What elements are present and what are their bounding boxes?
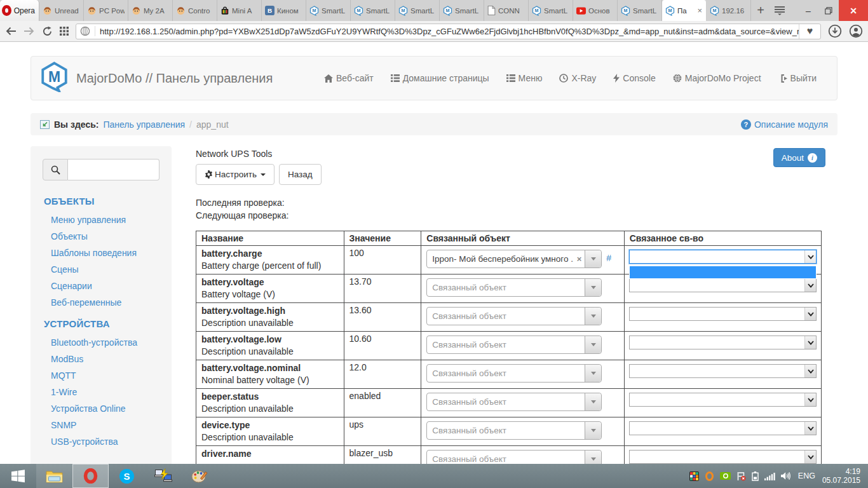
chevron-down-icon[interactable]	[585, 336, 601, 353]
battery-icon[interactable]	[752, 471, 759, 481]
module-help-link[interactable]: ? Описание модуля	[741, 119, 828, 130]
linked-property-select[interactable]	[629, 307, 817, 321]
configure-button[interactable]: Настроить	[196, 164, 275, 185]
taskbar-remote-desktop-button[interactable]	[145, 464, 181, 488]
chevron-down-icon[interactable]	[585, 250, 601, 268]
linked-property-select[interactable]	[629, 364, 817, 378]
chevron-down-icon[interactable]	[585, 279, 601, 296]
nav-item-домашние-страницы[interactable]: Домашние страницы	[391, 73, 489, 83]
sidebar-item[interactable]: Объекты	[43, 228, 159, 245]
taskbar-skype-button[interactable]: S	[109, 464, 145, 488]
back-button[interactable]: Назад	[279, 164, 322, 185]
dropdown-highlighted-option[interactable]	[629, 266, 817, 279]
tab-menu-button[interactable]	[770, 0, 789, 21]
forward-icon[interactable]	[24, 27, 35, 36]
chevron-down-icon[interactable]	[585, 365, 601, 382]
linked-object-select[interactable]: Связанный объект	[426, 336, 602, 354]
sidebar-item[interactable]: ModBus	[43, 351, 159, 367]
restore-icon[interactable]	[818, 0, 839, 21]
browser-tab[interactable]: MSmartL	[618, 0, 662, 21]
taskbar-paint-button[interactable]	[181, 464, 217, 488]
clock[interactable]: 4:19 05.07.2015	[822, 467, 860, 485]
linked-object-select[interactable]: Связанный объект	[426, 307, 602, 325]
chevron-down-icon[interactable]	[585, 451, 601, 464]
browser-tab[interactable]: CONN	[484, 0, 529, 21]
downloads-icon[interactable]	[828, 24, 842, 38]
url-field[interactable]: http://192.168.1.250/admin.php?pd=YXBwX2…	[76, 24, 821, 39]
browser-tab[interactable]: ВКином	[262, 0, 306, 21]
close-tab-icon[interactable]: ×	[696, 6, 703, 15]
nav-item-majordomo-project[interactable]: MajorDoMo Project	[673, 73, 761, 83]
sidebar-item[interactable]: SNMP	[43, 417, 159, 433]
browser-tab[interactable]: MSmartL	[440, 0, 484, 21]
browser-tab[interactable]: Unread	[39, 0, 84, 21]
sidebar-item[interactable]: Меню управления	[43, 212, 159, 228]
minimize-icon[interactable]: –	[798, 0, 818, 21]
chevron-down-icon[interactable]	[585, 308, 601, 325]
breadcrumb-link[interactable]: Панель управления	[103, 119, 185, 130]
linked-object-select[interactable]: Связанный объект	[426, 393, 602, 411]
linked-property-select[interactable]	[629, 421, 817, 435]
search-button[interactable]	[43, 159, 68, 180]
taskbar-opera-button[interactable]	[72, 464, 109, 488]
linked-property-select[interactable]	[629, 450, 817, 464]
close-window-icon[interactable]: ✕	[839, 0, 868, 21]
browser-tab[interactable]: MSmartL	[529, 0, 573, 21]
browser-tab[interactable]: MПа×	[662, 0, 707, 21]
back-icon[interactable]	[5, 27, 17, 36]
chevron-down-icon[interactable]	[585, 422, 601, 439]
sidebar-item[interactable]: Веб-переменные	[43, 294, 159, 311]
linked-property-select[interactable]	[629, 278, 817, 292]
linked-object-select[interactable]: Связанный объект	[426, 364, 602, 383]
majordomo-logo-icon[interactable]: M	[39, 62, 69, 95]
browser-tab[interactable]: M192.16	[707, 0, 751, 21]
sidebar-item[interactable]: 1-Wire	[43, 384, 159, 400]
sidebar-item[interactable]: MQTT	[43, 367, 159, 384]
browser-tab[interactable]: My 2A	[128, 0, 173, 21]
browser-tab[interactable]: MSmartL	[306, 0, 351, 21]
about-button[interactable]: About i	[773, 148, 825, 167]
sidebar-item[interactable]: Bluetooth-устройства	[43, 334, 159, 351]
search-input[interactable]	[68, 159, 159, 180]
taskbar-start-button[interactable]	[0, 464, 36, 488]
browser-tab[interactable]: MSmartL	[351, 0, 395, 21]
opera-tray-icon[interactable]	[705, 471, 714, 481]
browser-tab[interactable]: Contro	[173, 0, 217, 21]
linked-object-select[interactable]: Связанный объект	[426, 421, 602, 440]
linked-object-select[interactable]: Ippon- Мой бесперебойник умного ...×	[426, 250, 602, 268]
opera-menu-button[interactable]: Opera	[0, 0, 39, 21]
sidebar-item[interactable]: Сцены	[43, 261, 159, 278]
chevron-down-icon[interactable]	[585, 393, 601, 410]
browser-tab[interactable]: Mini A	[217, 0, 262, 21]
linked-object-select[interactable]: Связанный объект	[426, 450, 602, 464]
browser-tab[interactable]: Основ	[573, 0, 618, 21]
linked-property-select[interactable]	[629, 250, 817, 264]
speed-dial-icon[interactable]	[60, 27, 69, 36]
clear-selection-icon[interactable]: ×	[574, 254, 585, 264]
nav-item-веб-сайт[interactable]: Веб-сайт	[324, 73, 374, 83]
sidebar-item[interactable]: Сценарии	[43, 278, 159, 294]
reload-icon[interactable]	[42, 26, 53, 37]
browser-tab[interactable]: PC Pow	[84, 0, 128, 21]
network-signal-icon[interactable]	[764, 472, 775, 480]
bookmark-heart-icon[interactable]: ♥	[799, 24, 820, 39]
linked-property-select[interactable]	[629, 393, 817, 407]
sidebar-item[interactable]: Устройства Online	[43, 400, 159, 417]
sidebar-item[interactable]: USB-устройства	[43, 433, 159, 450]
rubiks-cube-icon[interactable]	[689, 471, 699, 481]
nav-item-x-ray[interactable]: X-Ray	[559, 73, 596, 83]
volume-icon[interactable]	[781, 471, 791, 480]
linked-property-select[interactable]	[629, 336, 817, 349]
nav-item-меню[interactable]: Меню	[506, 73, 543, 83]
site-badge-icon[interactable]	[80, 26, 90, 36]
new-tab-button[interactable]: +	[751, 0, 770, 21]
profile-icon[interactable]	[849, 24, 863, 38]
linked-object-select[interactable]: Связанный объект	[426, 278, 602, 297]
nvidia-icon[interactable]	[720, 472, 731, 480]
browser-tab[interactable]: MSmartL	[395, 0, 440, 21]
nav-item-console[interactable]: Console	[613, 73, 655, 83]
url-text[interactable]: http://192.168.1.250/admin.php?pd=YXBwX2…	[100, 27, 799, 36]
taskbar-explorer-button[interactable]	[36, 464, 72, 488]
action-center-flag-icon[interactable]	[736, 471, 746, 481]
object-hash-link[interactable]: #	[606, 253, 611, 263]
